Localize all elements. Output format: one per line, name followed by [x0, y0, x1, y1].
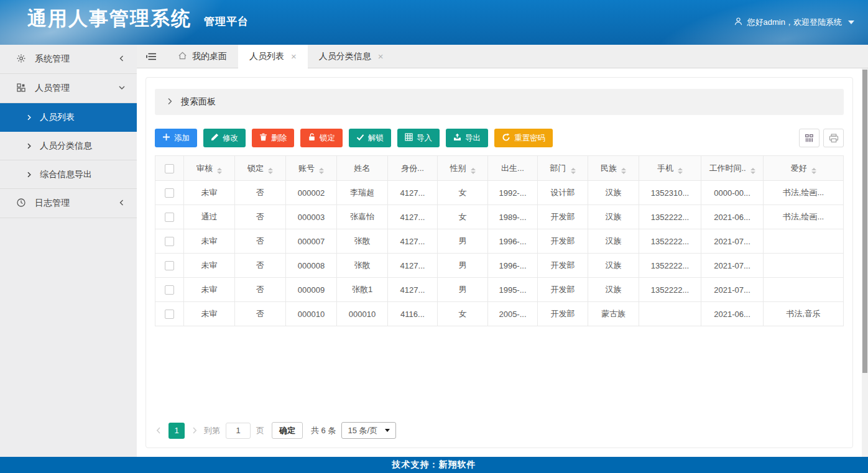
cell: 张散: [337, 229, 388, 254]
table-row[interactable]: 未审否000007张散4127...男1996-...开发部汉族1352222.…: [155, 229, 844, 254]
sidebar-item-person-mgmt[interactable]: 人员管理: [0, 74, 137, 103]
column-header[interactable]: 出生...: [488, 156, 538, 181]
sort-icon[interactable]: [268, 168, 273, 174]
cell: 4116...: [388, 302, 438, 326]
columns-icon[interactable]: [799, 129, 820, 147]
unlock-button[interactable]: 解锁: [349, 129, 391, 147]
table-row[interactable]: 未审否0000100000104116...女2005-...开发部蒙古族202…: [155, 302, 844, 326]
reset-password-button[interactable]: 重置密码: [494, 129, 553, 147]
sidebar-item-system-mgmt[interactable]: 系统管理: [0, 45, 137, 74]
scrollbar-thumb[interactable]: [862, 70, 867, 373]
lock-button[interactable]: 锁定: [300, 129, 343, 147]
vertical-scrollbar[interactable]: [862, 68, 868, 457]
export-icon: [453, 133, 461, 143]
row-checkbox[interactable]: [165, 213, 174, 222]
column-header[interactable]: 部门: [538, 156, 588, 181]
pagination: 1 到第 页 确定 共 6 条 15 条/页: [155, 422, 844, 439]
blocks-icon: [16, 83, 26, 94]
column-header[interactable]: 民族: [588, 156, 639, 181]
table-row[interactable]: 未审否000002李瑞超4127...女1992-...设计部汉族1352310…: [155, 181, 844, 205]
column-header[interactable]: 手机: [639, 156, 701, 181]
goto-page-input[interactable]: [226, 423, 251, 439]
close-icon[interactable]: ×: [291, 52, 297, 61]
sidebar-item-log-mgmt[interactable]: 日志管理: [0, 189, 137, 218]
sort-icon[interactable]: [319, 168, 324, 174]
cell: 未审: [184, 181, 235, 205]
sort-icon[interactable]: [471, 168, 476, 174]
column-header[interactable]: 审核: [184, 156, 235, 181]
table-row[interactable]: 未审否000009张散14127...男1995-...开发部汉族1352222…: [155, 278, 844, 302]
goto-label: 到第: [204, 425, 220, 436]
sidebar-item-person-list[interactable]: 人员列表: [0, 103, 137, 132]
tab-my-desktop[interactable]: 我的桌面: [167, 45, 238, 68]
page-size-select[interactable]: 15 条/页: [341, 422, 396, 439]
search-panel-label: 搜索面板: [181, 96, 216, 108]
cell: 张散: [337, 254, 388, 278]
sort-icon[interactable]: [217, 168, 222, 174]
select-all-checkbox[interactable]: [165, 164, 174, 173]
import-button[interactable]: 导入: [397, 129, 440, 147]
column-header[interactable]: 爱好: [764, 156, 844, 181]
page-number-button[interactable]: 1: [169, 423, 185, 439]
table-row[interactable]: 未审否000008张散4127...男1996-...开发部汉族1352222.…: [155, 254, 844, 278]
column-header[interactable]: 身份...: [388, 156, 438, 181]
sort-icon[interactable]: [811, 168, 816, 174]
cell: 1989-...: [488, 205, 538, 229]
row-checkbox[interactable]: [165, 310, 174, 319]
cell: 2021-06...: [701, 205, 764, 229]
cell: 张散1: [337, 278, 388, 302]
column-header[interactable]: 工作时间..: [701, 156, 764, 181]
sidebar-item-info-export[interactable]: 综合信息导出: [0, 160, 137, 189]
cell: 开发部: [538, 229, 588, 254]
sidebar-item-label: 人员列表: [40, 112, 75, 123]
edit-button[interactable]: 修改: [203, 129, 246, 147]
sidebar-item-person-category[interactable]: 人员分类信息: [0, 132, 137, 160]
search-panel-toggle[interactable]: 搜索面板: [155, 89, 844, 115]
close-icon[interactable]: ×: [378, 52, 384, 61]
sort-icon[interactable]: [750, 168, 755, 174]
export-button[interactable]: 导出: [446, 129, 488, 147]
add-button[interactable]: 添加: [155, 129, 197, 147]
prev-page-icon[interactable]: [155, 426, 163, 434]
printer-icon[interactable]: [823, 129, 844, 147]
cell: 书法,绘画...: [764, 205, 844, 229]
tab-person-category[interactable]: 人员分类信息 ×: [308, 45, 395, 68]
cell: 未审: [184, 254, 235, 278]
delete-button[interactable]: 删除: [252, 129, 294, 147]
cell: 0000-00...: [701, 181, 764, 205]
sidebar-item-label: 人员管理: [35, 83, 109, 94]
sort-icon[interactable]: [571, 168, 576, 174]
row-checkbox[interactable]: [165, 188, 174, 198]
user-menu[interactable]: 您好admin，欢迎登陆系统: [734, 0, 854, 45]
row-checkbox[interactable]: [165, 237, 174, 246]
clock-icon: [16, 198, 26, 209]
column-header-label: 审核: [196, 163, 213, 173]
row-checkbox[interactable]: [165, 285, 174, 295]
confirm-button[interactable]: 确定: [272, 422, 303, 439]
column-header[interactable]: 性别: [438, 156, 488, 181]
column-header[interactable]: 锁定: [235, 156, 286, 181]
row-checkbox[interactable]: [165, 261, 174, 270]
row-select-cell: [155, 254, 184, 278]
cell: 汉族: [588, 254, 639, 278]
next-page-icon[interactable]: [190, 426, 198, 434]
app-title: 通用人事管理系统: [27, 6, 192, 32]
column-header[interactable]: 姓名: [337, 156, 388, 181]
cell: [764, 278, 844, 302]
app-header: 通用人事管理系统 管理平台 您好admin，欢迎登陆系统: [0, 0, 868, 45]
sidebar-toggle-icon[interactable]: [137, 45, 167, 68]
cell: 男: [438, 229, 488, 254]
column-header-label: 民族: [601, 163, 617, 173]
column-header[interactable]: 账号: [286, 156, 337, 181]
table-row[interactable]: 通过否000003张嘉怡4127...女1989-...开发部汉族1352222…: [155, 205, 844, 229]
column-header-label: 锁定: [247, 163, 264, 173]
sort-icon[interactable]: [621, 168, 626, 174]
tab-person-list[interactable]: 人员列表 ×: [238, 45, 308, 68]
grid-icon: [405, 133, 413, 143]
cell: 通过: [184, 205, 235, 229]
sort-icon[interactable]: [678, 168, 683, 174]
column-header-label: 手机: [657, 163, 673, 173]
cell: 2021-06...: [701, 302, 764, 326]
column-header-label: 工作时间..: [709, 163, 746, 173]
cell: 否: [235, 302, 286, 326]
